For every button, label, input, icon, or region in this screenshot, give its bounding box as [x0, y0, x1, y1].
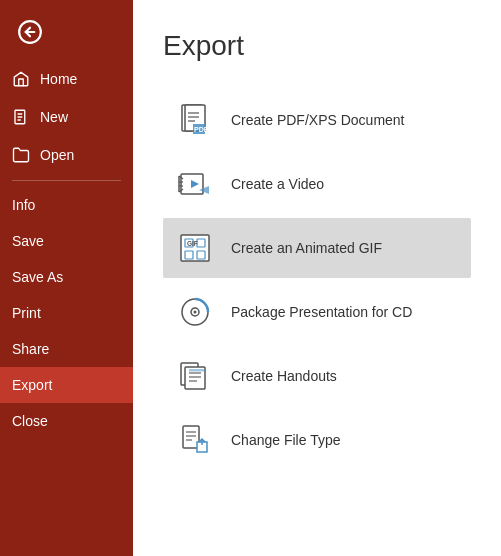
video-icon — [175, 164, 215, 204]
sidebar-item-print[interactable]: Print — [0, 295, 133, 331]
sidebar-item-label: Info — [12, 197, 35, 213]
sidebar-item-new[interactable]: New — [0, 98, 133, 136]
sidebar-item-label: Share — [12, 341, 49, 357]
sidebar-item-label: Close — [12, 413, 48, 429]
sidebar-item-share[interactable]: Share — [0, 331, 133, 367]
export-item-package[interactable]: Package Presentation for CD — [163, 282, 471, 342]
filetype-icon — [175, 420, 215, 460]
sidebar-item-label: Print — [12, 305, 41, 321]
video-label: Create a Video — [231, 176, 324, 192]
export-main: Export PDF Create PDF/XPS Document — [133, 0, 501, 556]
export-item-pdf[interactable]: PDF Create PDF/XPS Document — [163, 90, 471, 150]
sidebar-item-close[interactable]: Close — [0, 403, 133, 439]
sidebar-item-label: New — [40, 109, 68, 125]
gif-icon: GIF — [175, 228, 215, 268]
svg-rect-32 — [189, 369, 205, 372]
sidebar-item-export[interactable]: Export — [0, 367, 133, 403]
sidebar-item-save-as[interactable]: Save As — [0, 259, 133, 295]
gif-label: Create an Animated GIF — [231, 240, 382, 256]
new-icon — [12, 108, 30, 126]
sidebar-item-info[interactable]: Info — [0, 187, 133, 223]
sidebar-item-home[interactable]: Home — [0, 60, 133, 98]
sidebar-divider — [12, 180, 121, 181]
handouts-icon — [175, 356, 215, 396]
handouts-label: Create Handouts — [231, 368, 337, 384]
sidebar-item-label: Home — [40, 71, 77, 87]
sidebar-item-save[interactable]: Save — [0, 223, 133, 259]
open-icon — [12, 146, 30, 164]
export-item-video[interactable]: Create a Video — [163, 154, 471, 214]
export-item-handouts[interactable]: Create Handouts — [163, 346, 471, 406]
svg-text:PDF: PDF — [194, 126, 209, 133]
sidebar-item-open[interactable]: Open — [0, 136, 133, 174]
svg-text:GIF: GIF — [187, 240, 198, 247]
page-title: Export — [163, 30, 471, 62]
export-item-filetype[interactable]: Change File Type — [163, 410, 471, 470]
sidebar-item-label: Save As — [12, 269, 63, 285]
cd-icon — [175, 292, 215, 332]
svg-point-26 — [194, 311, 197, 314]
sidebar-item-label: Open — [40, 147, 74, 163]
back-button[interactable] — [10, 12, 50, 52]
pdf-label: Create PDF/XPS Document — [231, 112, 405, 128]
sidebar: Home New Open Info Save Save As Print Sh… — [0, 0, 133, 556]
package-label: Package Presentation for CD — [231, 304, 412, 320]
export-item-gif[interactable]: GIF Create an Animated GIF — [163, 218, 471, 278]
sidebar-item-label: Export — [12, 377, 52, 393]
pdf-icon: PDF — [175, 100, 215, 140]
filetype-label: Change File Type — [231, 432, 340, 448]
home-icon — [12, 70, 30, 88]
sidebar-item-label: Save — [12, 233, 44, 249]
